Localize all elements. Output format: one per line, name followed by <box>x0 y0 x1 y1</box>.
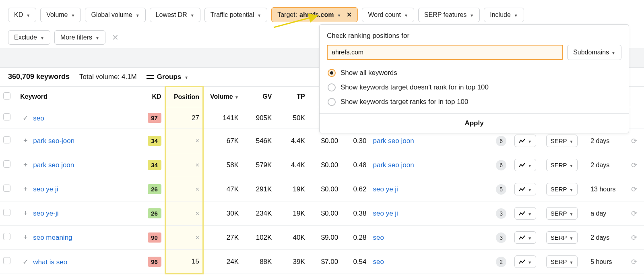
filter-label: Volume <box>46 11 68 19</box>
trend-button[interactable] <box>514 255 536 268</box>
radio-label: Show keywords target doesn't rank for in… <box>341 83 489 91</box>
refresh-icon[interactable]: ⟳ <box>631 234 637 242</box>
row-checkbox[interactable] <box>3 233 10 240</box>
serp-button[interactable]: SERP <box>546 159 578 171</box>
filter-target-value: ahrefs.com <box>299 11 334 19</box>
trend-button[interactable] <box>514 231 536 244</box>
parent-topic-link[interactable]: seo <box>373 258 384 266</box>
serp-button[interactable]: SERP <box>546 207 578 220</box>
col-tp[interactable]: TP <box>275 87 308 107</box>
chevron-down-icon <box>570 210 574 217</box>
radio-show-all[interactable]: Show all keywords <box>327 66 621 80</box>
parent-topic-link[interactable]: park seo joon <box>373 137 414 145</box>
position-cell: 15 <box>165 250 203 274</box>
row-checkbox[interactable] <box>3 113 10 120</box>
plus-icon[interactable]: + <box>22 161 29 169</box>
filter-lowest-dr[interactable]: Lowest DR <box>150 8 200 22</box>
serp-features-count[interactable]: 3 <box>496 232 506 243</box>
serp-button[interactable]: SERP <box>546 183 578 195</box>
parent-topic-link[interactable]: seo <box>373 234 384 241</box>
refresh-icon[interactable]: ⟳ <box>631 137 637 145</box>
clear-filters-button[interactable]: ✕ <box>109 31 121 44</box>
chevron-down-icon <box>470 11 474 19</box>
row-checkbox[interactable] <box>3 185 10 192</box>
keyword-link[interactable]: park seo joon <box>33 161 74 169</box>
row-checkbox[interactable] <box>3 209 10 216</box>
panel-title: Check ranking positions for <box>327 32 621 40</box>
groups-toggle[interactable]: Groups <box>147 73 188 81</box>
position-cell: × <box>165 226 203 250</box>
filter-word-count[interactable]: Word count <box>362 8 414 22</box>
position-cell: × <box>165 153 203 177</box>
filter-serp-features[interactable]: SERP features <box>418 8 480 22</box>
filter-kd[interactable]: KD <box>8 8 36 22</box>
filter-traffic-potential[interactable]: Traffic potential <box>204 8 267 22</box>
col-position[interactable]: Position <box>165 87 203 107</box>
filter-global-volume[interactable]: Global volume <box>85 8 145 22</box>
filter-include[interactable]: Include <box>484 8 524 22</box>
chevron-down-icon <box>184 73 188 81</box>
serp-features-count[interactable]: 6 <box>496 136 506 146</box>
refresh-icon[interactable]: ⟳ <box>631 185 637 193</box>
trend-button[interactable] <box>514 159 536 171</box>
filter-volume[interactable]: Volume <box>40 8 81 22</box>
keyword-link[interactable]: seo ye-ji <box>33 210 58 217</box>
col-gv[interactable]: GV <box>242 87 275 107</box>
refresh-icon[interactable]: ⟳ <box>631 210 637 218</box>
radio-ranks[interactable]: Show keywords target ranks for in top 10… <box>327 95 621 109</box>
scope-select[interactable]: Subdomains <box>567 45 621 60</box>
serp-button[interactable]: SERP <box>546 231 578 244</box>
trend-button[interactable] <box>514 183 536 195</box>
col-keyword[interactable]: Keyword <box>17 87 142 107</box>
serp-features-count[interactable]: 3 <box>496 208 506 219</box>
col-kd[interactable]: KD <box>142 87 165 107</box>
serp-features-count[interactable]: 6 <box>496 160 506 170</box>
filter-exclude[interactable]: Exclude <box>8 30 50 45</box>
radio-icon <box>328 83 336 91</box>
tp-cell: 39K <box>275 250 308 274</box>
radio-not-rank[interactable]: Show keywords target doesn't rank for in… <box>327 80 621 95</box>
plus-icon[interactable]: + <box>22 137 29 145</box>
row-checkbox[interactable] <box>3 257 10 264</box>
keyword-link[interactable]: what is seo <box>33 258 67 266</box>
cpc-cell: $7.00 <box>308 250 341 274</box>
serp-button[interactable]: SERP <box>546 255 578 268</box>
row-checkbox[interactable] <box>3 160 10 168</box>
filter-label: Include <box>490 11 511 19</box>
radio-label: Show all keywords <box>341 69 397 77</box>
keyword-link[interactable]: seo <box>33 114 44 122</box>
chevron-down-icon <box>95 34 99 41</box>
keyword-count: 360,709 keywords <box>8 73 70 81</box>
filter-target[interactable]: Target: ahrefs.com ✕ <box>271 7 358 22</box>
updated-label: 13 hours <box>587 177 628 201</box>
plus-icon[interactable]: + <box>22 185 29 193</box>
keyword-link[interactable]: seo meaning <box>33 234 72 241</box>
parent-topic-link[interactable]: seo ye ji <box>373 185 398 193</box>
refresh-icon[interactable]: ⟳ <box>631 161 637 169</box>
check-icon[interactable]: ✓ <box>22 257 29 266</box>
select-all-checkbox[interactable] <box>3 92 10 100</box>
chevron-down-icon <box>570 234 574 241</box>
refresh-icon[interactable]: ⟳ <box>631 258 637 266</box>
serp-button[interactable]: SERP <box>546 135 578 147</box>
check-icon[interactable]: ✓ <box>22 114 29 122</box>
plus-icon[interactable]: + <box>22 209 29 218</box>
apply-button[interactable]: Apply <box>320 113 629 133</box>
keyword-link[interactable]: park seo-joon <box>33 137 74 145</box>
kd-badge: 34 <box>148 136 161 146</box>
parent-topic-link[interactable]: park seo joon <box>373 161 414 169</box>
target-input[interactable] <box>327 45 563 60</box>
parent-topic-link[interactable]: seo ye ji <box>373 210 398 217</box>
serp-features-count[interactable]: 2 <box>496 257 506 267</box>
filter-more-filters[interactable]: More filters <box>54 30 105 45</box>
col-volume[interactable]: Volume <box>203 87 242 107</box>
row-checkbox[interactable] <box>3 136 10 143</box>
volume-cell: 47K <box>203 177 242 201</box>
keyword-link[interactable]: seo ye ji <box>33 185 58 193</box>
updated-label: 2 days <box>587 153 628 177</box>
trend-button[interactable] <box>514 135 536 147</box>
close-icon[interactable]: ✕ <box>347 11 352 19</box>
serp-features-count[interactable]: 5 <box>496 184 506 195</box>
plus-icon[interactable]: + <box>22 233 29 242</box>
trend-button[interactable] <box>514 207 536 220</box>
